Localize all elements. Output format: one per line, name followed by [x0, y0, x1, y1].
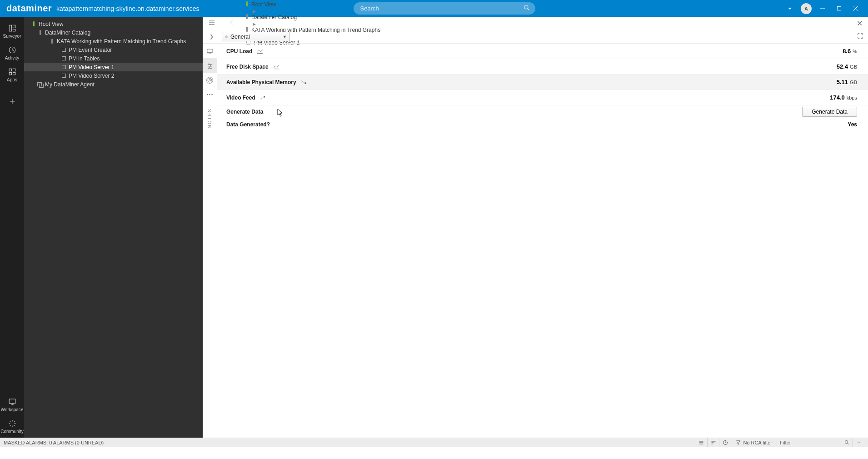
tab-visual[interactable]: [203, 44, 217, 58]
window-close-button[interactable]: [847, 0, 863, 17]
svg-rect-14: [13, 73, 15, 75]
app-subtitle: katapatternmatching-skyline.on.dataminer…: [56, 5, 199, 12]
breadcrumb-item[interactable]: DataMiner Catalog: [246, 14, 380, 20]
svg-point-0: [524, 5, 528, 9]
statusbar-history-button[interactable]: [719, 438, 731, 447]
tab-general[interactable]: [203, 58, 217, 73]
rail-activity-label: Activity: [5, 55, 20, 60]
back-button[interactable]: [228, 19, 235, 28]
trend-flat-icon[interactable]: [273, 64, 279, 70]
bar-grey-icon: [37, 30, 43, 35]
alarms-status-text: MASKED ALARMS: 0 ALARMS (0 UNREAD): [4, 440, 104, 445]
rail-add-button[interactable]: [0, 90, 24, 112]
statusbar-list-view-button[interactable]: [695, 438, 707, 447]
user-avatar[interactable]: A: [798, 0, 814, 17]
bar-green-icon: [30, 21, 37, 26]
bar-grey-icon: [49, 39, 55, 44]
breadcrumb-bar: Root View▶DataMiner Catalog▶KATA Working…: [203, 17, 868, 30]
tree-row[interactable]: My DataMiner Agent: [24, 80, 203, 89]
svg-line-1: [528, 9, 529, 10]
card-close-button[interactable]: ✕: [857, 19, 863, 28]
trend-up-icon[interactable]: [260, 95, 266, 100]
fullscreen-button[interactable]: [857, 33, 863, 40]
left-icon-rail: Surveyor Activity Apps Workspace Communi…: [0, 17, 24, 438]
tree-row[interactable]: Root View: [24, 20, 203, 28]
rca-filter-label: No RCA filter: [743, 440, 772, 445]
chevron-down-icon: ▼: [283, 35, 287, 39]
statusbar-sort-button[interactable]: [707, 438, 719, 447]
tree-row[interactable]: KATA Working with Pattern Matching in Tr…: [24, 37, 203, 45]
page-selector-dropdown[interactable]: General ▼: [222, 32, 290, 41]
bar-grey-icon: [246, 14, 248, 20]
hamburger-button[interactable]: [208, 19, 215, 28]
svg-point-42: [207, 94, 208, 95]
svg-rect-12: [13, 69, 15, 71]
tree-row[interactable]: PM Event Creator: [24, 45, 203, 54]
statusbar-filter-input[interactable]: [777, 440, 841, 445]
rail-apps-label: Apps: [7, 77, 17, 82]
svg-rect-13: [9, 73, 11, 75]
parameter-name: Data Generated?: [226, 121, 270, 128]
expand-sidebar-button[interactable]: ❯: [207, 34, 215, 40]
search-input[interactable]: [360, 5, 529, 12]
rail-community-label: Community: [0, 429, 24, 434]
parameter-row[interactable]: CPU Load8.6%: [217, 44, 868, 59]
rca-filter-indicator[interactable]: No RCA filter: [731, 438, 777, 447]
parameter-name: Video Feed: [226, 95, 255, 101]
sq-icon: [60, 74, 67, 78]
trend-flat-icon[interactable]: [257, 49, 263, 54]
breadcrumb-separator-icon: ▶: [253, 22, 256, 26]
tree-row-label: PM in Tables: [69, 55, 100, 62]
generate-data-button[interactable]: Generate Data: [802, 107, 857, 117]
parameter-name: Generate Data: [226, 109, 263, 115]
status-dot-icon: [225, 35, 228, 38]
statusbar-search-button[interactable]: [841, 438, 853, 447]
window-minimize-button[interactable]: [814, 0, 831, 17]
rail-community[interactable]: Community: [0, 416, 24, 438]
sq-icon: [60, 48, 67, 52]
svg-line-22: [10, 421, 10, 422]
rail-surveyor[interactable]: Surveyor: [0, 20, 24, 42]
tab-dce[interactable]: [203, 73, 217, 87]
app-logo-text: dataminer: [6, 3, 52, 14]
parameter-value: 5.11: [837, 79, 848, 85]
parameter-name: CPU Load: [226, 48, 252, 55]
sq-icon: [60, 65, 67, 69]
svg-rect-9: [13, 29, 15, 31]
parameter-name: Available Physical Memory: [226, 79, 296, 85]
svg-rect-17: [9, 399, 15, 404]
search-box[interactable]: [354, 2, 535, 15]
rail-workspace-label: Workspace: [1, 407, 24, 412]
svg-marker-56: [737, 441, 740, 444]
rail-activity[interactable]: Activity: [0, 42, 24, 64]
tree-row-label: PM Video Server 1: [69, 64, 115, 70]
tree-row[interactable]: DataMiner Catalog: [24, 28, 203, 37]
svg-line-26: [10, 425, 10, 426]
title-bar: dataminer katapatternmatching-skyline.on…: [0, 0, 868, 17]
svg-rect-11: [9, 69, 11, 71]
parameter-name: Free Disk Space: [226, 64, 269, 70]
tree-row[interactable]: PM Video Server 1: [24, 63, 203, 71]
parameter-value: 174.0: [830, 94, 845, 101]
tree-row[interactable]: PM Video Server 2: [24, 71, 203, 80]
tree-row[interactable]: PM in Tables: [24, 54, 203, 63]
parameter-row[interactable]: Free Disk Space52.4GB: [217, 59, 868, 75]
svg-rect-8: [13, 25, 15, 28]
svg-line-48: [261, 96, 265, 99]
window-maximize-button[interactable]: [831, 0, 847, 17]
notes-tab-label[interactable]: NOTES: [207, 108, 212, 128]
parameter-row[interactable]: Available Physical Memory5.11GB: [217, 75, 868, 90]
parameter-row[interactable]: Video Feed174.0kbps: [217, 90, 868, 105]
trend-down-icon[interactable]: [301, 80, 307, 85]
tree-row-label: PM Video Server 2: [69, 73, 115, 79]
search-icon: [524, 5, 530, 12]
rail-apps[interactable]: Apps: [0, 64, 24, 86]
tree-row-label: Root View: [39, 21, 63, 27]
rail-workspace[interactable]: Workspace: [0, 394, 24, 416]
svg-line-27: [14, 421, 15, 422]
parameter-value: 52.4: [837, 63, 848, 70]
options-caret-button[interactable]: [782, 0, 798, 17]
statusbar-collapse-button[interactable]: [853, 438, 864, 447]
parameter-unit: GB: [850, 64, 857, 70]
tab-more[interactable]: [203, 87, 217, 102]
